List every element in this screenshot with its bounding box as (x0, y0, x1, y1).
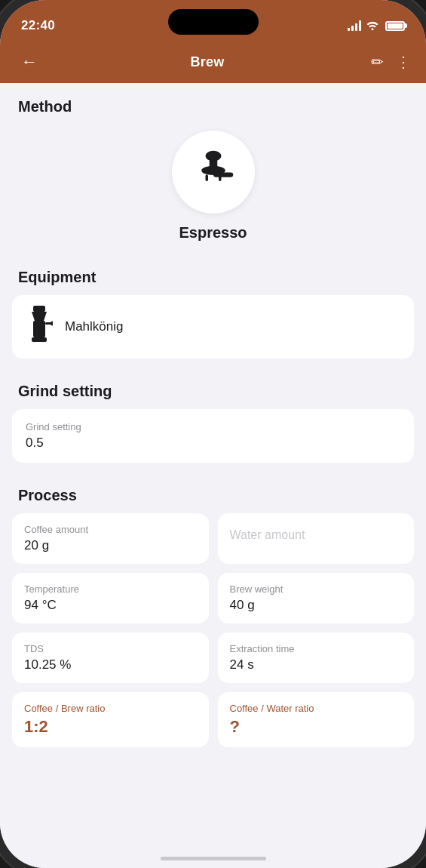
brew-weight-card[interactable]: Brew weight 40 g (218, 573, 415, 623)
grind-section-label: Grind setting (0, 368, 426, 409)
svg-rect-9 (32, 337, 47, 342)
status-time: 22:40 (21, 18, 55, 33)
extraction-time-label: Extraction time (230, 643, 403, 654)
coffee-brew-ratio-value: 1:2 (24, 717, 197, 737)
water-amount-card[interactable]: Water amount (218, 513, 415, 564)
coffee-brew-ratio-label: Coffee / Brew ratio (24, 703, 197, 714)
svg-rect-4 (205, 174, 208, 181)
extraction-time-card[interactable]: Extraction time 24 s (218, 633, 415, 683)
svg-rect-6 (33, 306, 45, 312)
process-row-4: Coffee / Brew ratio 1:2 Coffee / Water r… (12, 692, 414, 747)
svg-rect-8 (33, 321, 45, 337)
coffee-water-ratio-card[interactable]: Coffee / Water ratio ? (218, 692, 415, 747)
process-row-2: Temperature 94 °C Brew weight 40 g (12, 573, 414, 623)
nav-actions: ✏ ⋮ (371, 53, 411, 71)
battery-icon (385, 21, 405, 31)
equipment-section-label: Equipment (0, 254, 426, 295)
coffee-water-ratio-value: ? (230, 717, 403, 737)
svg-rect-5 (219, 174, 222, 181)
status-icons (348, 20, 405, 32)
svg-rect-3 (213, 172, 233, 177)
edit-button[interactable]: ✏ (371, 53, 384, 71)
grinder-icon (26, 306, 53, 348)
dynamic-island (168, 9, 259, 35)
grind-setting-label: Grind setting (26, 421, 400, 432)
temperature-label: Temperature (24, 583, 197, 595)
extraction-time-value: 24 s (230, 657, 403, 673)
nav-bar: ← Brew ✏ ⋮ (0, 41, 426, 83)
brew-weight-value: 40 g (230, 598, 403, 613)
signal-icon (348, 20, 361, 31)
grind-setting-value: 0.5 (26, 436, 400, 451)
process-row-3: TDS 10.25 % Extraction time 24 s (12, 633, 414, 683)
method-icon-circle (172, 131, 255, 214)
grind-setting-card[interactable]: Grind setting 0.5 (12, 409, 414, 463)
svg-marker-7 (32, 312, 47, 321)
coffee-brew-ratio-card[interactable]: Coffee / Brew ratio 1:2 (12, 692, 209, 747)
temperature-card[interactable]: Temperature 94 °C (12, 573, 209, 623)
equipment-card[interactable]: Mahlkönig (12, 295, 414, 359)
coffee-amount-value: 20 g (24, 538, 197, 553)
phone-frame: 22:40 ← Brew ✏ ⋮ (0, 0, 426, 868)
svg-point-11 (51, 322, 53, 326)
method-section: Espresso (0, 125, 426, 254)
tds-card[interactable]: TDS 10.25 % (12, 633, 209, 683)
temperature-value: 94 °C (24, 598, 197, 613)
process-section-label: Process (0, 472, 426, 513)
more-button[interactable]: ⋮ (396, 53, 411, 71)
process-row-1: Coffee amount 20 g Water amount (12, 513, 414, 564)
tds-label: TDS (24, 643, 197, 654)
scroll-content[interactable]: Method Espresso Equip (0, 83, 426, 868)
water-amount-label: Water amount (230, 524, 403, 542)
coffee-amount-label: Coffee amount (24, 524, 197, 535)
coffee-amount-card[interactable]: Coffee amount 20 g (12, 513, 209, 564)
brew-weight-label: Brew weight (230, 583, 403, 595)
home-indicator (161, 857, 266, 860)
coffee-water-ratio-label: Coffee / Water ratio (230, 703, 403, 714)
equipment-name: Mahlkönig (65, 319, 124, 334)
wifi-icon (366, 20, 379, 32)
back-button[interactable]: ← (15, 46, 44, 78)
tds-value: 10.25 % (24, 657, 197, 673)
status-bar: 22:40 (0, 0, 426, 41)
method-name: Espresso (179, 224, 247, 242)
espresso-icon (187, 148, 240, 197)
page-title: Brew (190, 54, 224, 70)
method-section-label: Method (0, 83, 426, 125)
